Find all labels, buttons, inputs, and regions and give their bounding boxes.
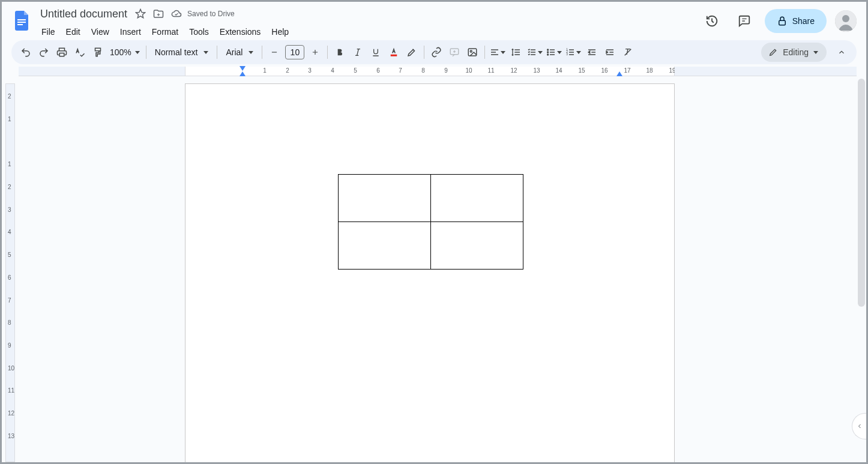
menu-file[interactable]: File <box>37 25 60 39</box>
text-color-button[interactable] <box>385 44 402 61</box>
ruler-mark: 4 <box>331 67 334 74</box>
left-indent-marker[interactable] <box>240 71 246 76</box>
underline-button[interactable] <box>367 44 384 61</box>
history-icon[interactable] <box>700 9 724 33</box>
ruler-mark: 17 <box>624 67 630 74</box>
share-label: Share <box>792 16 815 26</box>
decrease-font-button[interactable] <box>266 44 283 61</box>
svg-rect-1 <box>17 22 26 23</box>
svg-rect-0 <box>17 19 26 20</box>
font-size-input[interactable] <box>285 45 304 59</box>
checklist-dropdown[interactable] <box>526 44 544 61</box>
separator <box>262 46 262 59</box>
table-cell[interactable] <box>339 175 431 222</box>
document-title[interactable]: Untitled document <box>37 7 131 22</box>
menu-tools[interactable]: Tools <box>184 25 214 39</box>
account-avatar[interactable] <box>835 10 857 32</box>
menu-edit[interactable]: Edit <box>61 25 85 39</box>
chevron-down-icon <box>813 51 818 54</box>
chevron-down-icon <box>203 51 208 54</box>
undo-button[interactable] <box>17 44 34 61</box>
svg-rect-9 <box>469 49 477 56</box>
spellcheck-button[interactable] <box>71 44 88 61</box>
docs-logo[interactable] <box>10 8 34 32</box>
ruler-mark: 2 <box>8 93 11 100</box>
ruler-mark: 1 <box>8 116 11 122</box>
ruler-mark: 3 <box>308 67 312 74</box>
document-table[interactable] <box>338 174 523 270</box>
zoom-dropdown[interactable]: 100% <box>107 47 142 57</box>
redo-button[interactable] <box>35 44 52 61</box>
table-cell[interactable] <box>339 222 431 270</box>
toolbar: 100% Normal text Arial <box>11 40 857 64</box>
cloud-saved-icon[interactable] <box>170 8 182 20</box>
first-line-indent-marker[interactable] <box>240 66 246 71</box>
ruler-mark: 7 <box>399 67 402 74</box>
ruler-mark: 13 <box>8 433 14 439</box>
svg-text:3: 3 <box>567 53 568 56</box>
insert-comment-button[interactable] <box>446 44 463 61</box>
collapse-toolbar-button[interactable] <box>833 43 851 61</box>
bulleted-list-dropdown[interactable] <box>545 44 563 61</box>
editing-mode-dropdown[interactable]: Editing <box>761 43 827 62</box>
italic-button[interactable] <box>349 44 366 61</box>
numbered-list-dropdown[interactable]: 123 <box>564 44 582 61</box>
horizontal-ruler[interactable]: 2 1 1 2 3 4 5 6 7 8 9 10 11 12 13 14 15 … <box>2 67 866 76</box>
share-button[interactable]: Share <box>765 9 827 33</box>
svg-rect-2 <box>17 24 23 25</box>
ruler-mark: 16 <box>601 67 607 74</box>
svg-rect-7 <box>391 55 397 56</box>
menu-extensions[interactable]: Extensions <box>215 25 265 39</box>
ruler-mark: 1 <box>263 67 267 74</box>
lock-icon <box>777 16 788 26</box>
separator <box>217 46 217 59</box>
star-icon[interactable] <box>134 8 146 20</box>
increase-font-button[interactable] <box>307 44 324 61</box>
svg-point-12 <box>547 52 549 53</box>
ruler-mark: 7 <box>8 297 11 304</box>
chevron-down-icon <box>135 51 140 54</box>
ruler-mark: 14 <box>555 67 562 74</box>
comments-icon[interactable] <box>732 9 756 33</box>
clear-formatting-button[interactable] <box>619 44 636 61</box>
document-canvas[interactable] <box>19 76 866 462</box>
paragraph-style-dropdown[interactable]: Normal text <box>150 44 214 61</box>
decrease-indent-button[interactable] <box>583 44 600 61</box>
ruler-mark: 6 <box>376 67 380 74</box>
menu-format[interactable]: Format <box>147 25 183 39</box>
ruler-mark: 12 <box>8 410 14 417</box>
paint-format-button[interactable] <box>89 44 106 61</box>
insert-image-button[interactable] <box>464 44 481 61</box>
align-dropdown[interactable] <box>489 44 507 61</box>
vertical-ruler[interactable]: 2 1 1 2 3 4 5 6 7 8 9 10 11 12 13 <box>2 76 19 462</box>
increase-indent-button[interactable] <box>601 44 618 61</box>
menu-help[interactable]: Help <box>267 25 294 39</box>
highlight-button[interactable] <box>403 44 420 61</box>
ruler-mark: 10 <box>8 365 14 372</box>
vertical-scrollbar[interactable] <box>858 79 865 460</box>
svg-rect-3 <box>779 20 785 25</box>
chevron-down-icon <box>576 51 581 54</box>
line-spacing-button[interactable] <box>508 44 525 61</box>
ruler-mark: 13 <box>533 67 540 74</box>
page[interactable] <box>185 83 675 462</box>
separator <box>146 46 146 59</box>
move-icon[interactable] <box>152 8 164 20</box>
menu-insert[interactable]: Insert <box>115 25 146 39</box>
ruler-mark: 9 <box>8 342 11 349</box>
table-cell[interactable] <box>431 222 523 270</box>
chevron-down-icon <box>557 51 562 54</box>
ruler-mark: 5 <box>354 67 357 74</box>
bold-button[interactable] <box>331 44 348 61</box>
font-dropdown[interactable]: Arial <box>221 44 258 61</box>
print-button[interactable] <box>53 44 70 61</box>
mode-label: Editing <box>783 47 809 57</box>
scrollbar-thumb[interactable] <box>858 79 865 307</box>
menu-view[interactable]: View <box>86 25 114 39</box>
table-cell[interactable] <box>431 175 523 222</box>
insert-link-button[interactable] <box>428 44 445 61</box>
separator <box>484 46 485 59</box>
separator <box>327 46 328 59</box>
right-indent-marker[interactable] <box>616 71 622 76</box>
separator <box>424 46 424 59</box>
